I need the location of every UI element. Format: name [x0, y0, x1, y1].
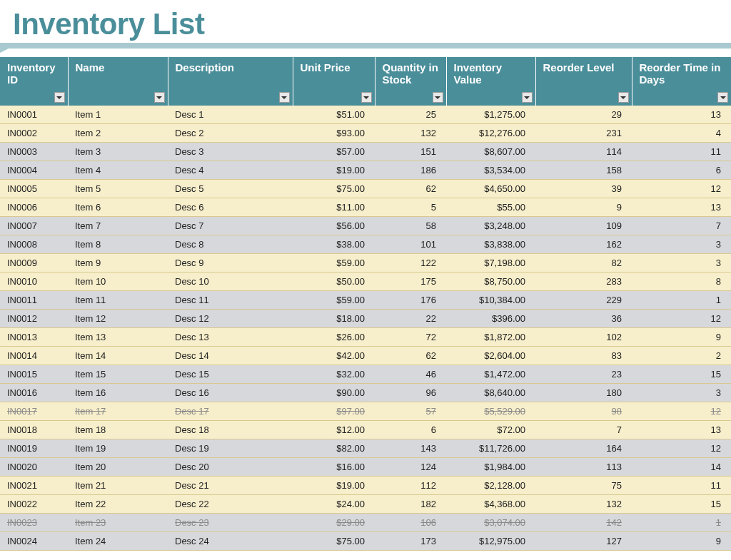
table-row[interactable]: IN0012Item 12Desc 12$18.0022$396.003612	[0, 310, 731, 328]
table-row[interactable]: IN0017Item 17Desc 17$97.0057$5,529.00981…	[0, 402, 731, 421]
cell-id[interactable]: IN0018	[0, 421, 68, 439]
table-row[interactable]: IN0018Item 18Desc 18$12.006$72.00713	[0, 421, 731, 439]
column-header-id[interactable]: Inventory ID	[0, 57, 68, 106]
cell-qty[interactable]: 151	[375, 143, 446, 161]
cell-price[interactable]: $11.00	[293, 198, 375, 217]
cell-id[interactable]: IN0024	[0, 532, 68, 551]
column-header-qty[interactable]: Quantity in Stock	[375, 57, 446, 106]
cell-qty[interactable]: 5	[375, 198, 446, 217]
cell-time[interactable]: 3	[632, 235, 731, 254]
cell-qty[interactable]: 62	[375, 180, 446, 198]
table-row[interactable]: IN0023Item 23Desc 23$29.00106$3,074.0014…	[0, 514, 731, 532]
cell-qty[interactable]: 112	[375, 477, 446, 495]
table-row[interactable]: IN0001Item 1Desc 1$51.0025$1,275.002913	[0, 106, 731, 124]
cell-id[interactable]: IN0014	[0, 347, 68, 365]
cell-time[interactable]: 1	[632, 291, 731, 310]
table-row[interactable]: IN0007Item 7Desc 7$56.0058$3,248.001097	[0, 217, 731, 235]
cell-value[interactable]: $1,472.00	[446, 365, 535, 384]
cell-name[interactable]: Item 14	[68, 347, 168, 365]
table-row[interactable]: IN0010Item 10Desc 10$50.00175$8,750.0028…	[0, 273, 731, 291]
cell-value[interactable]: $4,368.00	[446, 495, 535, 514]
cell-price[interactable]: $59.00	[293, 291, 375, 310]
cell-qty[interactable]: 62	[375, 347, 446, 365]
table-row[interactable]: IN0009Item 9Desc 9$59.00122$7,198.00823	[0, 254, 731, 273]
cell-price[interactable]: $97.00	[293, 402, 375, 421]
cell-price[interactable]: $29.00	[293, 514, 375, 532]
cell-value[interactable]: $5,529.00	[446, 402, 535, 421]
cell-time[interactable]: 3	[632, 384, 731, 402]
cell-value[interactable]: $8,607.00	[446, 143, 535, 161]
table-row[interactable]: IN0020Item 20Desc 20$16.00124$1,984.0011…	[0, 458, 731, 477]
cell-reorder[interactable]: 229	[535, 291, 632, 310]
cell-qty[interactable]: 186	[375, 161, 446, 180]
table-row[interactable]: IN0013Item 13Desc 13$26.0072$1,872.00102…	[0, 328, 731, 347]
cell-price[interactable]: $19.00	[293, 477, 375, 495]
cell-reorder[interactable]: 7	[535, 421, 632, 439]
cell-value[interactable]: $3,074.00	[446, 514, 535, 532]
cell-time[interactable]: 12	[632, 180, 731, 198]
cell-id[interactable]: IN0007	[0, 217, 68, 235]
cell-time[interactable]: 4	[632, 124, 731, 143]
cell-price[interactable]: $90.00	[293, 384, 375, 402]
cell-reorder[interactable]: 98	[535, 402, 632, 421]
cell-qty[interactable]: 22	[375, 310, 446, 328]
filter-dropdown-icon[interactable]	[522, 92, 533, 103]
cell-id[interactable]: IN0016	[0, 384, 68, 402]
cell-id[interactable]: IN0021	[0, 477, 68, 495]
cell-qty[interactable]: 46	[375, 365, 446, 384]
cell-qty[interactable]: 175	[375, 273, 446, 291]
cell-desc[interactable]: Desc 5	[168, 180, 293, 198]
cell-id[interactable]: IN0020	[0, 458, 68, 477]
cell-reorder[interactable]: 127	[535, 532, 632, 551]
cell-id[interactable]: IN0002	[0, 124, 68, 143]
cell-value[interactable]: $4,650.00	[446, 180, 535, 198]
cell-desc[interactable]: Desc 21	[168, 477, 293, 495]
cell-desc[interactable]: Desc 19	[168, 439, 293, 458]
cell-price[interactable]: $38.00	[293, 235, 375, 254]
cell-qty[interactable]: 72	[375, 328, 446, 347]
cell-time[interactable]: 12	[632, 439, 731, 458]
cell-id[interactable]: IN0011	[0, 291, 68, 310]
cell-desc[interactable]: Desc 20	[168, 458, 293, 477]
cell-time[interactable]: 13	[632, 421, 731, 439]
filter-dropdown-icon[interactable]	[279, 92, 290, 103]
cell-reorder[interactable]: 75	[535, 477, 632, 495]
column-header-reorder[interactable]: Reorder Level	[535, 57, 632, 106]
table-row[interactable]: IN0002Item 2Desc 2$93.00132$12,276.00231…	[0, 124, 731, 143]
cell-time[interactable]: 8	[632, 273, 731, 291]
cell-price[interactable]: $26.00	[293, 328, 375, 347]
cell-time[interactable]: 1	[632, 514, 731, 532]
cell-qty[interactable]: 25	[375, 106, 446, 124]
cell-name[interactable]: Item 21	[68, 477, 168, 495]
cell-id[interactable]: IN0008	[0, 235, 68, 254]
cell-time[interactable]: 13	[632, 106, 731, 124]
cell-qty[interactable]: 122	[375, 254, 446, 273]
cell-name[interactable]: Item 4	[68, 161, 168, 180]
table-row[interactable]: IN0008Item 8Desc 8$38.00101$3,838.001623	[0, 235, 731, 254]
cell-price[interactable]: $19.00	[293, 161, 375, 180]
cell-qty[interactable]: 124	[375, 458, 446, 477]
cell-reorder[interactable]: 113	[535, 458, 632, 477]
cell-name[interactable]: Item 17	[68, 402, 168, 421]
cell-price[interactable]: $56.00	[293, 217, 375, 235]
table-row[interactable]: IN0015Item 15Desc 15$32.0046$1,472.00231…	[0, 365, 731, 384]
cell-price[interactable]: $50.00	[293, 273, 375, 291]
cell-id[interactable]: IN0006	[0, 198, 68, 217]
cell-qty[interactable]: 182	[375, 495, 446, 514]
table-row[interactable]: IN0021Item 21Desc 21$19.00112$2,128.0075…	[0, 477, 731, 495]
cell-reorder[interactable]: 142	[535, 514, 632, 532]
cell-name[interactable]: Item 6	[68, 198, 168, 217]
column-header-value[interactable]: Inventory Value	[446, 57, 535, 106]
cell-price[interactable]: $16.00	[293, 458, 375, 477]
cell-reorder[interactable]: 29	[535, 106, 632, 124]
cell-time[interactable]: 11	[632, 477, 731, 495]
cell-reorder[interactable]: 162	[535, 235, 632, 254]
cell-qty[interactable]: 6	[375, 421, 446, 439]
cell-id[interactable]: IN0009	[0, 254, 68, 273]
cell-price[interactable]: $24.00	[293, 495, 375, 514]
table-row[interactable]: IN0011Item 11Desc 11$59.00176$10,384.002…	[0, 291, 731, 310]
cell-reorder[interactable]: 132	[535, 495, 632, 514]
cell-id[interactable]: IN0003	[0, 143, 68, 161]
cell-desc[interactable]: Desc 17	[168, 402, 293, 421]
table-row[interactable]: IN0024Item 24Desc 24$75.00173$12,975.001…	[0, 532, 731, 551]
